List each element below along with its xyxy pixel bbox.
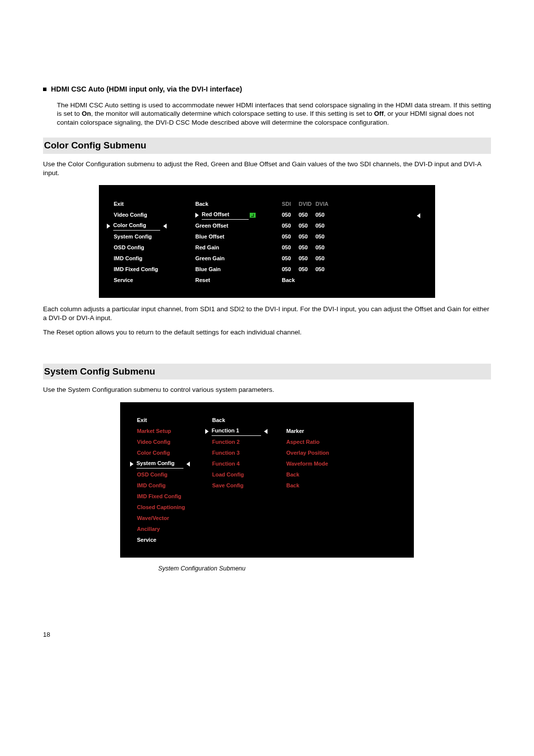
menu-item-system-config: System Config	[136, 460, 183, 468]
hdmi-paragraph: The HDMI CSC Auto setting is used to acc…	[57, 101, 491, 127]
osd-left-item-selected: Color Config	[114, 222, 195, 230]
osd-mid-item: Reset	[195, 277, 282, 284]
osd-row: Market Setup Function 1 Marker	[137, 426, 399, 437]
value-cell: 050	[282, 266, 299, 273]
osd-left-item: IMD Config	[114, 255, 195, 262]
osd-row: Video Config Function 2 Aspect Ratio	[137, 437, 399, 448]
menu-item-closed-captioning: Closed Captioning	[137, 504, 212, 511]
value-cell: 050	[282, 222, 299, 230]
menu-item-green-offset: Green Offset	[195, 222, 228, 230]
osd-color-config: Exit Back SDI DVID DVIA Video Config Red…	[99, 185, 435, 298]
menu-item-imd-config: IMD Config	[114, 255, 142, 262]
menu-item-market-setup: Market Setup	[137, 427, 212, 435]
osd-row: IMD Fixed Config	[137, 491, 399, 502]
menu-item-color-config: Color Config	[113, 222, 160, 230]
menu-item-save-config: Save Config	[212, 482, 286, 489]
play-icon	[195, 213, 199, 218]
osd-row: Service	[137, 535, 399, 546]
menu-item-function-4: Function 4	[212, 460, 286, 468]
color-config-para1: Each column adjusts a particular input c…	[43, 305, 491, 322]
figure-caption: System Configuration Submenu	[158, 565, 491, 573]
menu-item-osd-config: OSD Config	[114, 244, 144, 251]
value-cell: Back	[282, 277, 295, 284]
value-cell: 050	[315, 222, 332, 230]
value-cell: 050	[299, 222, 315, 230]
play-icon	[130, 462, 134, 467]
osd-left-item: Video Config	[114, 211, 195, 219]
menu-item-imd-fixed-config: IMD Fixed Config	[114, 266, 158, 273]
col-head-dvid: DVID	[299, 200, 315, 208]
osd-mid-item: Back	[195, 200, 282, 208]
osd-left-item: IMD Fixed Config	[114, 266, 195, 273]
menu-item-blue-offset: Blue Offset	[195, 233, 224, 240]
bold-on: On	[82, 110, 91, 117]
left-arrow-icon	[186, 462, 190, 467]
value-cell: 050	[315, 211, 332, 219]
page-number: 18	[43, 630, 491, 639]
osd-mid-item: Blue Gain	[195, 266, 282, 273]
right-indicator	[417, 211, 420, 219]
value-cell: 050	[299, 233, 315, 240]
osd-system-config: Exit Back Market Setup Function 1 Marker…	[120, 402, 414, 558]
value-aspect-ratio: Aspect Ratio	[286, 438, 360, 446]
menu-item-wave-vector: Wave/Vector	[137, 515, 212, 522]
osd-row: OSD Config Load Config Back	[137, 470, 399, 480]
osd-mid-item: Red Gain	[195, 244, 282, 251]
osd-row: Wave/Vector	[137, 513, 399, 524]
value-cell: 050	[299, 211, 315, 219]
left-arrow-icon	[163, 224, 167, 229]
value-cell: 050	[315, 266, 332, 273]
osd-mid-item: Red Offset	[195, 211, 282, 219]
osd-left-item: Service	[114, 277, 195, 284]
value-back: Back	[286, 482, 360, 489]
osd-left-item-selected: System Config	[137, 460, 212, 468]
menu-item-function-3: Function 3	[212, 449, 286, 457]
subheading-color-config: Color Config Submenu	[43, 138, 491, 154]
value-marker: Marker	[286, 427, 360, 435]
text: , the monitor will automatically determi…	[91, 110, 374, 117]
osd-row: Color Config Green Offset 050 050 050	[114, 221, 420, 232]
menu-item-back: Back	[212, 417, 286, 424]
value-cell: 050	[282, 211, 299, 219]
subheading-system-config: System Config Submenu	[43, 364, 491, 380]
menu-item-exit: Exit	[114, 200, 124, 208]
menu-item-blue-gain: Blue Gain	[195, 266, 221, 273]
left-arrow-icon	[264, 429, 267, 434]
menu-item-ancillary: Ancillary	[137, 525, 212, 533]
menu-item-reset: Reset	[195, 277, 210, 284]
menu-item-back: Back	[195, 200, 208, 208]
osd-header-row: Exit Back SDI DVID DVIA	[114, 199, 420, 210]
osd-row: Color Config Function 3 Overlay Position	[137, 448, 399, 459]
menu-item-function-1: Function 1	[212, 427, 261, 435]
menu-item-system-config: System Config	[114, 233, 152, 240]
value-cell: 050	[315, 244, 332, 251]
osd-row: IMD Fixed Config Blue Gain 050 050 050	[114, 264, 420, 275]
menu-item-service: Service	[114, 277, 133, 284]
osd-row: Ancillary	[137, 524, 399, 535]
osd-row: IMD Config Save Config Back	[137, 480, 399, 491]
enter-icon	[250, 213, 256, 218]
menu-item-green-gain: Green Gain	[195, 255, 224, 262]
osd-row: Service Reset Back	[114, 275, 420, 286]
osd-row: Closed Captioning	[137, 502, 399, 513]
value-overlay-position: Overlay Position	[286, 449, 360, 457]
value-cell: 050	[282, 233, 299, 240]
osd-left-item: Exit	[114, 200, 195, 208]
value-cell: 050	[282, 255, 299, 262]
osd-mid-item: Green Offset	[195, 222, 282, 230]
section-heading-hdmi: HDMI CSC Auto (HDMI input only, via the …	[43, 84, 491, 94]
left-arrow-icon	[417, 213, 420, 218]
col-head-sdi: SDI	[282, 200, 299, 208]
menu-item-video-config: Video Config	[114, 211, 147, 219]
col-head-dvia: DVIA	[315, 200, 332, 208]
value-cell: 050	[299, 255, 315, 262]
bullet-icon	[43, 88, 46, 91]
osd-left-item: OSD Config	[114, 244, 195, 251]
value-cell: 050	[282, 244, 299, 251]
osd-row: Video Config Red Offset 050 050 050	[114, 210, 420, 221]
osd-row: System Config Function 4 Waveform Mode	[137, 459, 399, 470]
osd-mid-item: Green Gain	[195, 255, 282, 262]
menu-item-imd-fixed-config: IMD Fixed Config	[137, 493, 212, 500]
value-waveform-mode: Waveform Mode	[286, 460, 360, 468]
menu-item-red-offset: Red Offset	[202, 211, 249, 219]
